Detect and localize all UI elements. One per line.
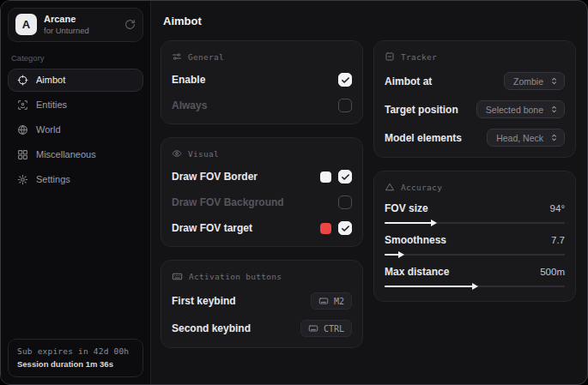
app-title-block: Arcane for Unturned (44, 14, 89, 36)
sliders-icon (172, 51, 182, 62)
sidebar: A Arcane for Unturned Category Aimbot (1, 1, 151, 384)
fov-size-row: FOV size 94° (385, 202, 565, 224)
slider-thumb[interactable] (398, 251, 404, 258)
fov-background-checkbox[interactable] (338, 196, 352, 209)
main-content: Aimbot General Enable (151, 1, 587, 384)
sidebar-item-label: World (36, 124, 61, 135)
model-elements-dropdown[interactable]: Head, Neck (487, 129, 565, 147)
activation-card-header: Activation buttons (172, 271, 352, 282)
row-label: Smoothness (385, 234, 446, 246)
always-row: Always (172, 98, 352, 113)
globe-icon (17, 124, 28, 135)
sidebar-spacer (8, 191, 143, 339)
keybind-value: M2 (334, 297, 344, 306)
max-distance-slider[interactable] (385, 286, 565, 287)
subscription-status-card: Sub expires in 42d 00h Session duration … (8, 339, 143, 377)
sidebar-item-miscellaneous[interactable]: Miscellaneous (8, 143, 143, 166)
card-title: Tracker (401, 52, 437, 62)
sidebar-item-label: Aimbot (36, 75, 65, 85)
general-card: General Enable Always (161, 40, 363, 124)
smoothness-slider[interactable] (385, 254, 565, 256)
app-name: Arcane (44, 14, 89, 26)
target-position-dropdown[interactable]: Selected bone (476, 100, 565, 118)
app-logo-card: A Arcane for Unturned (8, 8, 143, 42)
fov-target-checkbox[interactable] (338, 221, 352, 235)
accuracy-card: Accuracy FOV size 94° (373, 171, 576, 302)
row-label: Target position (385, 104, 458, 116)
app-window: A Arcane for Unturned Category Aimbot (0, 0, 588, 385)
second-keybind-row: Second keybind CTRL (172, 320, 352, 337)
smoothness-value: 7.7 (551, 235, 565, 245)
dropdown-value: Zombie (513, 76, 543, 87)
tracker-card: Tracker Aimbot at Zombie Target position (373, 40, 576, 158)
slider-thumb[interactable] (472, 283, 478, 290)
refresh-icon[interactable] (124, 19, 136, 30)
triangle-icon (385, 182, 395, 192)
slider-thumb[interactable] (431, 220, 437, 226)
sidebar-item-settings[interactable]: Settings (8, 168, 143, 191)
row-label: Max distance (385, 266, 449, 278)
sub-expiry-text: Sub expires in 42d 00h (17, 346, 134, 356)
enable-checkbox[interactable] (338, 73, 352, 87)
left-column: General Enable Always (161, 40, 363, 348)
visual-card: Visual Draw FOV Border Draw FOV Backgrou… (161, 137, 363, 247)
max-distance-value: 500m (540, 267, 565, 277)
row-label: Draw FOV Background (172, 196, 284, 208)
card-title: Visual (188, 149, 219, 159)
fov-target-color-swatch[interactable] (320, 223, 331, 234)
card-title: General (188, 52, 224, 62)
crosshair-icon (17, 75, 28, 86)
fov-size-slider[interactable] (385, 222, 565, 224)
fov-border-color-swatch[interactable] (320, 171, 331, 183)
card-title: Accuracy (401, 183, 442, 192)
fov-border-checkbox[interactable] (338, 170, 352, 183)
row-label: Model elements (385, 132, 462, 144)
chevrons-up-down-icon (549, 76, 559, 86)
grid-icon (17, 149, 28, 160)
dropdown-value: Selected bone (486, 105, 543, 115)
app-subtitle: for Unturned (44, 26, 89, 36)
right-column: Tracker Aimbot at Zombie Target position (373, 40, 576, 302)
row-label: Aimbot at (385, 75, 432, 87)
gear-icon (17, 174, 28, 185)
sidebar-item-world[interactable]: World (8, 118, 143, 141)
row-label: Enable (172, 74, 205, 86)
tracker-icon (385, 51, 395, 62)
keyboard-icon (318, 296, 329, 306)
page-title: Aimbot (163, 15, 576, 27)
chevrons-up-down-icon (549, 133, 559, 142)
dropdown-value: Head, Neck (496, 133, 543, 143)
sidebar-item-label: Entities (36, 99, 67, 110)
app-logo: A (15, 14, 37, 35)
sidebar-item-aimbot[interactable]: Aimbot (8, 69, 143, 92)
tracker-card-header: Tracker (385, 51, 565, 62)
sidebar-item-label: Miscellaneous (36, 149, 96, 159)
chevrons-up-down-icon (549, 105, 559, 114)
entities-icon (17, 99, 28, 111)
cards-columns: General Enable Always (161, 40, 576, 348)
fov-size-value: 94° (550, 203, 565, 214)
max-distance-row: Max distance 500m (385, 266, 565, 287)
aimbot-at-dropdown[interactable]: Zombie (504, 72, 565, 90)
general-card-header: General (172, 51, 352, 62)
sidebar-nav: Aimbot Entities World (8, 69, 143, 191)
fov-background-row: Draw FOV Background (172, 195, 352, 210)
first-keybind-button[interactable]: M2 (311, 292, 352, 310)
sidebar-item-entities[interactable]: Entities (8, 93, 143, 117)
always-checkbox[interactable] (338, 99, 352, 112)
model-elements-row: Model elements Head, Neck (385, 129, 565, 147)
row-label: FOV size (385, 202, 428, 214)
eye-icon (172, 148, 182, 159)
row-label: Second keybind (172, 322, 251, 334)
enable-row: Enable (172, 72, 352, 87)
smoothness-row: Smoothness 7.7 (385, 234, 565, 256)
second-keybind-button[interactable]: CTRL (300, 320, 352, 337)
aimbot-at-row: Aimbot at Zombie (385, 72, 565, 90)
fov-target-row: Draw FOV target (172, 220, 352, 236)
first-keybind-row: First keybind M2 (172, 292, 352, 310)
row-label: Always (172, 99, 207, 111)
card-title: Activation buttons (189, 272, 282, 281)
row-label: Draw FOV Border (172, 171, 258, 183)
row-label: First keybind (172, 295, 236, 307)
keyboard-icon (308, 323, 318, 334)
